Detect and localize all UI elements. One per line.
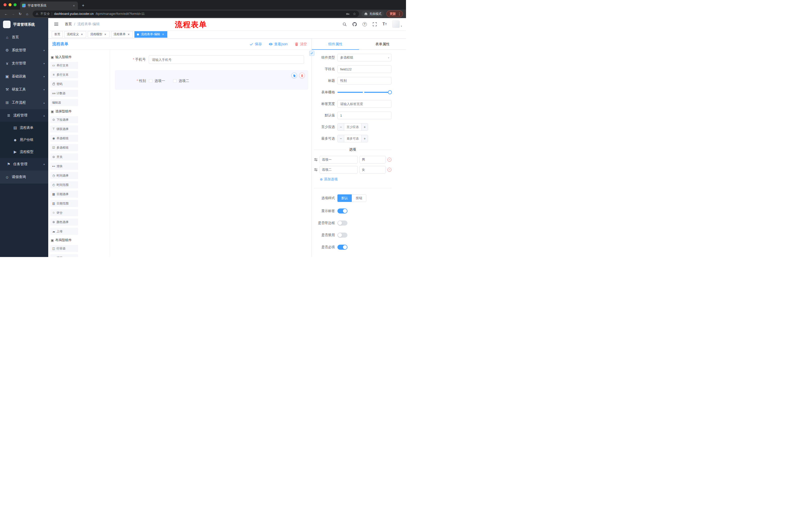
sidebar-item-process-form[interactable]: ▤ 流程表单 bbox=[0, 122, 48, 134]
sidebar-item-home[interactable]: ⌂ 首页 bbox=[0, 31, 48, 44]
tab-close-icon[interactable] bbox=[72, 3, 76, 7]
max-select-input[interactable] bbox=[344, 135, 361, 142]
sidebar-item-process-management[interactable]: ≣ 流程管理 ▴ bbox=[0, 109, 48, 122]
remove-option-button[interactable] bbox=[387, 158, 392, 162]
copy-field-button[interactable] bbox=[291, 73, 297, 78]
tag-close-icon[interactable] bbox=[104, 33, 107, 36]
drag-handle-icon[interactable] bbox=[314, 168, 318, 172]
user-menu[interactable]: ▾ bbox=[392, 20, 402, 28]
breadcrumb-home[interactable]: 首页 bbox=[65, 22, 72, 26]
palette-item-rate[interactable]: ☆评分 bbox=[50, 209, 78, 216]
key-icon[interactable] bbox=[346, 12, 350, 16]
canvas-field-phone[interactable]: 手机号 bbox=[115, 53, 308, 66]
clear-button[interactable]: 清空 bbox=[295, 42, 307, 47]
menu-kebab-icon[interactable]: ⋮ bbox=[398, 12, 402, 16]
update-button[interactable]: 更新 ⋮ bbox=[386, 10, 403, 17]
palette-item-upload[interactable]: ☁上传 bbox=[50, 228, 78, 235]
decrease-button[interactable]: − bbox=[338, 124, 344, 131]
palette-item-single-line-text[interactable]: ▭单行文本 bbox=[50, 62, 78, 69]
option-style-default-button[interactable]: 默认 bbox=[338, 194, 352, 202]
option-value-input[interactable] bbox=[359, 166, 386, 173]
tag-process-definition[interactable]: 流程定义 bbox=[64, 31, 86, 38]
canvas-field-gender[interactable]: 性别 选项一 选项二 bbox=[115, 71, 308, 89]
option-style-button-button[interactable]: 按钮 bbox=[352, 194, 366, 202]
forward-icon[interactable]: → bbox=[10, 11, 16, 17]
sidebar-item-workflow[interactable]: ⊞ 工作流程 ▴ bbox=[0, 96, 48, 109]
gender-option1-checkbox[interactable]: 选项一 bbox=[149, 79, 165, 83]
sidebar-item-system-management[interactable]: ⚙ 系统管理 ▾ bbox=[0, 44, 48, 57]
phone-input[interactable] bbox=[149, 55, 304, 64]
help-icon[interactable]: ? bbox=[362, 22, 367, 27]
maximize-window-icon[interactable] bbox=[13, 3, 17, 6]
sidebar-item-process-model[interactable]: ▶ 流程模型 bbox=[0, 146, 48, 158]
font-size-icon[interactable]: TT bbox=[382, 22, 387, 27]
new-tab-button[interactable]: + bbox=[80, 2, 86, 9]
option-label-input[interactable] bbox=[320, 156, 358, 163]
palette-item-date-range[interactable]: ▥日期范围 bbox=[50, 200, 78, 207]
tag-close-icon[interactable] bbox=[161, 33, 165, 36]
tag-process-form[interactable]: 流程表单 bbox=[111, 31, 133, 38]
tag-process-form-edit[interactable]: 流程表单-编辑 bbox=[135, 31, 167, 38]
bookmark-star-icon[interactable]: ☆ bbox=[353, 12, 356, 16]
sidebar-item-user-group[interactable]: ☻ 用户分组 bbox=[0, 134, 48, 146]
form-grid-slider[interactable] bbox=[338, 88, 392, 96]
tab-form-props[interactable]: 表单属性 bbox=[359, 39, 406, 50]
disabled-toggle[interactable] bbox=[338, 233, 347, 238]
slider-handle[interactable] bbox=[388, 90, 392, 94]
palette-item-time-range[interactable]: ◴时间范围 bbox=[50, 181, 78, 188]
remove-option-button[interactable] bbox=[387, 168, 392, 172]
increase-button[interactable]: + bbox=[361, 135, 368, 142]
option-label-input[interactable] bbox=[320, 166, 358, 173]
palette-item-checkbox-group[interactable]: ☑多选框组 bbox=[50, 144, 78, 151]
address-input[interactable]: ⚠ 不安全 dashboard.yudao.iocoder.cn/bpm/man… bbox=[33, 10, 359, 17]
delete-field-button[interactable] bbox=[299, 73, 305, 78]
browser-home-icon[interactable]: ⌂ bbox=[24, 11, 30, 17]
palette-item-slider[interactable]: ⊷滑块 bbox=[50, 163, 78, 170]
option-value-input[interactable] bbox=[359, 156, 386, 163]
field-name-input[interactable] bbox=[338, 65, 392, 73]
tag-close-icon[interactable] bbox=[127, 33, 130, 36]
reload-icon[interactable]: ↻ bbox=[17, 11, 23, 17]
tab-component-props[interactable]: 组件属性 bbox=[312, 39, 359, 50]
with-border-toggle[interactable] bbox=[338, 220, 347, 225]
drag-handle-icon[interactable] bbox=[314, 158, 318, 162]
palette-item-multi-line-text[interactable]: ≡多行文本 bbox=[50, 71, 78, 78]
palette-item-button[interactable]: ☞按钮 bbox=[50, 254, 78, 257]
palette-item-time-picker[interactable]: ◷时间选择 bbox=[50, 172, 78, 179]
palette-item-switch[interactable]: ⊖开关 bbox=[50, 154, 78, 160]
sidebar-item-task-management[interactable]: ⚑ 任务管理 ▾ bbox=[0, 158, 48, 170]
label-width-input[interactable] bbox=[338, 100, 392, 108]
tag-home[interactable]: 首页 bbox=[52, 31, 63, 38]
slider-track[interactable] bbox=[338, 92, 392, 93]
sidebar-item-dev-tools[interactable]: ⚒ 研发工具 ▾ bbox=[0, 83, 48, 96]
palette-item-date-picker[interactable]: ▦日期选择 bbox=[50, 191, 78, 198]
sidebar-item-leave-query[interactable]: ☺ 请假查询 bbox=[0, 170, 48, 184]
palette-item-password[interactable]: 密码 bbox=[50, 80, 78, 87]
default-value-input[interactable] bbox=[338, 112, 392, 119]
browser-tab[interactable]: 芋道管理系统 bbox=[20, 1, 78, 9]
palette-item-editor[interactable]: 编辑器 bbox=[50, 99, 78, 106]
tag-close-icon[interactable] bbox=[80, 33, 84, 36]
increase-button[interactable]: + bbox=[361, 124, 368, 131]
title-input[interactable] bbox=[338, 77, 392, 84]
link-icon[interactable] bbox=[309, 51, 314, 56]
palette-item-row-container[interactable]: ◫行容器 bbox=[50, 245, 78, 252]
show-label-toggle[interactable] bbox=[338, 209, 347, 214]
tag-process-model[interactable]: 流程模型 bbox=[88, 31, 110, 38]
sidebar-item-payment-management[interactable]: ¥ 支付管理 ▾ bbox=[0, 57, 48, 70]
palette-item-select[interactable]: ⊙下拉选择 bbox=[50, 116, 78, 123]
github-icon[interactable] bbox=[352, 22, 357, 27]
component-type-select[interactable]: 多选框组▾ bbox=[338, 54, 392, 61]
back-icon[interactable]: ← bbox=[3, 11, 9, 17]
close-window-icon[interactable] bbox=[3, 3, 6, 6]
avatar[interactable] bbox=[392, 20, 400, 28]
palette-item-cascader[interactable]: ⊤级联选择 bbox=[50, 126, 78, 133]
save-button[interactable]: 保存 bbox=[250, 42, 262, 47]
fullscreen-icon[interactable] bbox=[372, 22, 377, 27]
minimize-window-icon[interactable] bbox=[8, 3, 11, 6]
decrease-button[interactable]: − bbox=[338, 135, 344, 142]
palette-item-radio-group[interactable]: ◉单选框组 bbox=[50, 135, 78, 142]
sidebar-item-infrastructure[interactable]: ▣ 基础设施 ▾ bbox=[0, 70, 48, 83]
view-json-button[interactable]: 查看json bbox=[269, 42, 288, 47]
gender-option2-checkbox[interactable]: 选项二 bbox=[173, 79, 189, 83]
